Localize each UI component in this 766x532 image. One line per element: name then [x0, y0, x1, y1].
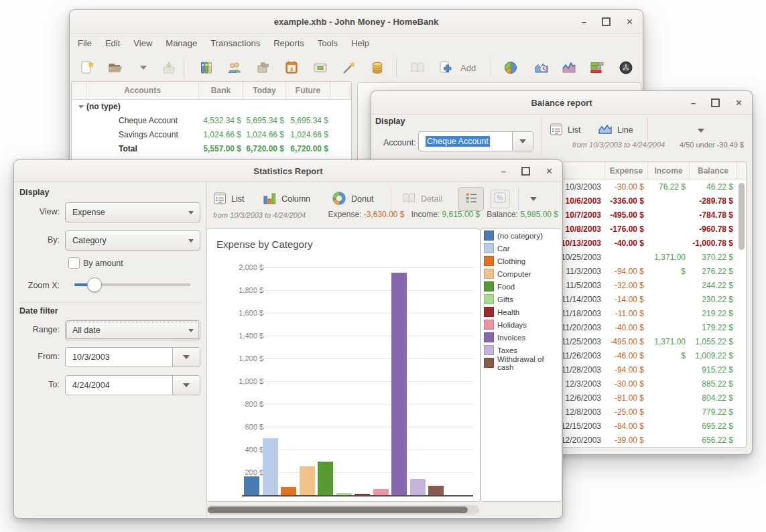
horizontal-scrollbar[interactable]: [206, 505, 479, 515]
view-combo[interactable]: Expense: [65, 202, 200, 222]
account-group-row[interactable]: (no type): [72, 100, 351, 114]
caret-down-icon[interactable]: [134, 58, 153, 77]
legend-toggle-button[interactable]: [458, 187, 484, 211]
legend-item[interactable]: Invoices: [481, 331, 562, 344]
range-combo[interactable]: All date: [65, 320, 200, 340]
add-button-label[interactable]: Add: [460, 63, 476, 73]
budget-envelope-icon[interactable]: [311, 58, 330, 77]
legend-item[interactable]: Withdrawal of cash: [481, 356, 562, 369]
legend-item[interactable]: (no category): [481, 229, 562, 242]
accounts-header: AccountsBankTodayFuture: [72, 82, 351, 100]
column-view-button[interactable]: Column: [262, 188, 310, 210]
main-titlebar[interactable]: example.xhb - John Money - HomeBank: [70, 10, 643, 34]
stats-titlebar[interactable]: Statistics Report: [14, 160, 562, 182]
balance-window-title: Balance report: [531, 98, 592, 108]
column-header[interactable]: Today: [243, 82, 286, 99]
menu-item-help[interactable]: Help: [344, 36, 376, 51]
close-icon[interactable]: [735, 98, 743, 107]
maximize-icon[interactable]: [602, 17, 611, 26]
expander-icon[interactable]: [78, 105, 84, 109]
balance-titlebar[interactable]: Balance report: [371, 91, 752, 115]
legend-color-swatch: [484, 243, 494, 253]
detail-button[interactable]: Detail: [401, 188, 442, 210]
column-header[interactable]: Accounts: [86, 82, 199, 99]
payees-icon[interactable]: [225, 58, 244, 77]
legend-item[interactable]: Car: [481, 242, 562, 255]
donut-chart-icon: [332, 191, 346, 208]
column-chart-icon: [262, 191, 277, 208]
legend-item[interactable]: Computer: [481, 267, 562, 280]
open-folder-icon[interactable]: [106, 58, 125, 77]
account-combo[interactable]: Cheque Account: [418, 131, 533, 151]
maximize-icon[interactable]: [711, 98, 720, 107]
trend-report-icon[interactable]: [560, 58, 578, 77]
menu-item-file[interactable]: File: [71, 36, 99, 51]
scheduled-calendar-icon[interactable]: 3: [282, 58, 301, 77]
by-amount-checkbox[interactable]: [68, 257, 80, 269]
to-date-input[interactable]: 4/24/2004: [65, 375, 200, 395]
legend-item[interactable]: Gifts: [481, 293, 562, 306]
statistics-pie-icon[interactable]: [501, 58, 520, 77]
vehicle-wheel-icon[interactable]: [617, 58, 635, 77]
by-combo[interactable]: Category: [65, 230, 200, 251]
minimize-icon[interactable]: [582, 17, 586, 26]
legend-item[interactable]: Food: [481, 280, 562, 293]
menu-item-manage[interactable]: Manage: [159, 36, 204, 51]
bar--no-category-: [244, 476, 259, 495]
stats-window-title: Statistics Report: [253, 166, 322, 176]
legend-label: Gifts: [497, 295, 513, 304]
minimize-icon[interactable]: [691, 98, 696, 107]
column-header[interactable]: [330, 82, 351, 99]
minimize-icon[interactable]: [501, 167, 506, 176]
column-header[interactable]: Expense: [605, 162, 648, 180]
toolbar-overflow-icon[interactable]: [698, 129, 704, 133]
import-icon[interactable]: [159, 58, 178, 77]
horizontal-scrollbar-thumb[interactable]: [208, 507, 468, 513]
total-label: Balance:: [487, 210, 520, 219]
vertical-scrollbar[interactable]: [739, 183, 745, 250]
list-view-button[interactable]: List: [213, 188, 244, 210]
accounts-total-row: Total5,557.00 $6,720.00 $6,720.00 $: [72, 142, 351, 156]
assign-wand-icon[interactable]: [339, 58, 358, 77]
x-axis: [242, 495, 473, 496]
zoom-x-label: Zoom X:: [14, 281, 60, 290]
categories-icon[interactable]: [254, 58, 273, 77]
currencies-coins-icon[interactable]: [368, 58, 387, 77]
menu-item-edit[interactable]: Edit: [99, 36, 127, 51]
maximize-icon[interactable]: [521, 167, 530, 176]
line-view-button[interactable]: Line: [598, 119, 633, 141]
menu-item-tools[interactable]: Tools: [311, 36, 344, 51]
list-view-button[interactable]: List: [550, 119, 580, 141]
donut-view-button[interactable]: Donut: [332, 188, 373, 210]
zoom-slider-thumb[interactable]: [87, 277, 102, 292]
time-report-icon[interactable]: [532, 58, 551, 77]
menu-item-reports[interactable]: Reports: [267, 36, 311, 51]
column-header[interactable]: Bank: [199, 82, 243, 99]
legend-item[interactable]: Holidays: [481, 318, 562, 331]
account-row[interactable]: Cheque Account4,532.34 $5,695.34 $5,695.…: [72, 114, 351, 128]
menu-item-view[interactable]: View: [127, 36, 159, 51]
close-icon[interactable]: [626, 17, 633, 26]
budget-report-icon[interactable]: [588, 58, 607, 77]
toolbar-overflow-icon[interactable]: [530, 197, 537, 201]
total-label: Income:: [411, 210, 442, 219]
menu-item-transactions[interactable]: Transactions: [204, 36, 267, 51]
legend-item[interactable]: Health: [481, 306, 562, 318]
column-header[interactable]: Balance: [690, 162, 737, 180]
column-header[interactable]: [72, 82, 86, 99]
account-row[interactable]: Savings Account1,024.66 $1,024.66 $1,024…: [72, 128, 351, 142]
ledger-books-icon[interactable]: [197, 58, 216, 77]
new-file-icon[interactable]: [78, 58, 97, 77]
add-transaction-icon[interactable]: [436, 58, 455, 77]
column-header[interactable]: Future: [286, 82, 330, 99]
rate-button[interactable]: %: [490, 190, 510, 208]
close-icon[interactable]: [546, 167, 553, 176]
detail-book-icon: [401, 191, 416, 208]
chevron-down-icon: [172, 348, 200, 367]
legend-label: Holidays: [497, 321, 527, 329]
column-header[interactable]: Income: [648, 162, 690, 180]
chevron-down-icon: [182, 329, 200, 332]
legend-item[interactable]: Clothing: [481, 255, 562, 267]
show-book-icon[interactable]: [408, 58, 427, 77]
from-date-input[interactable]: 10/3/2003: [65, 347, 200, 367]
